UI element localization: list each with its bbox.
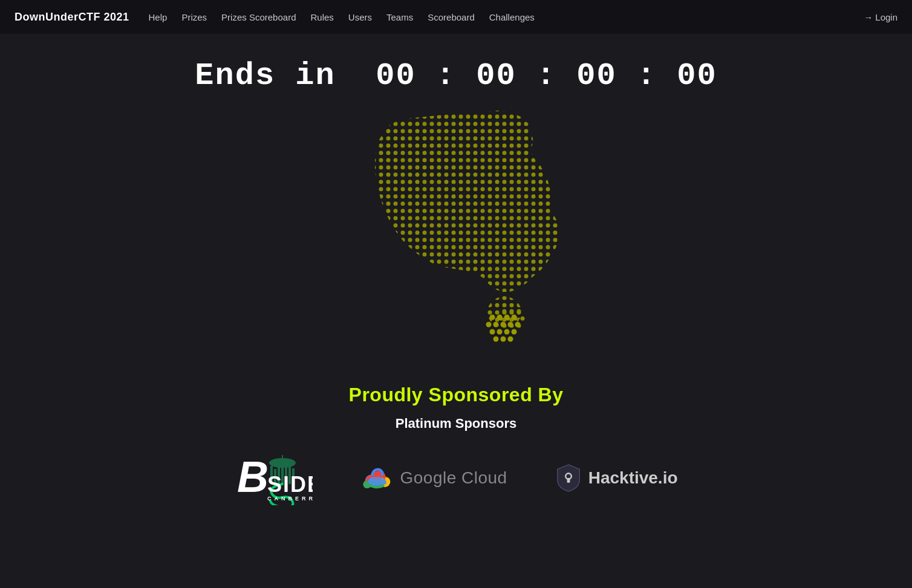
countdown-label: Ends in — [195, 58, 335, 94]
nav-brand[interactable]: DownUnderCTF 2021 — [15, 11, 129, 24]
svg-point-25 — [493, 337, 499, 342]
navbar: DownUnderCTF 2021 Help Prizes Prizes Sco… — [0, 0, 912, 34]
dot-grid — [305, 106, 607, 360]
svg-text:CANBERRA: CANBERRA — [267, 496, 313, 502]
login-icon: → — [864, 12, 873, 22]
svg-point-20 — [515, 322, 521, 328]
svg-point-18 — [501, 322, 506, 328]
svg-point-27 — [508, 337, 513, 342]
svg-rect-1 — [305, 106, 607, 360]
google-cloud-text: Google Cloud — [400, 468, 507, 488]
countdown-display: Ends in 00 : 00 : 00 : 00 — [195, 58, 717, 94]
map-svg — [305, 106, 607, 360]
svg-text:SIDES: SIDES — [267, 472, 313, 497]
google-cloud-icon-svg — [361, 467, 391, 489]
svg-point-14 — [504, 315, 510, 320]
sponsor-logos: B — [234, 451, 677, 505]
nav-rules[interactable]: Rules — [310, 12, 333, 22]
main-content: Ends in 00 : 00 : 00 : 00 — [0, 34, 912, 505]
svg-point-13 — [497, 315, 503, 320]
nav-prizes-scoreboard[interactable]: Prizes Scoreboard — [221, 12, 296, 22]
svg-point-17 — [493, 322, 499, 328]
australia-map — [305, 106, 607, 360]
hacktive-logo[interactable]: Hacktive.io — [556, 464, 678, 493]
svg-rect-48 — [567, 478, 570, 483]
nav-teams[interactable]: Teams — [386, 12, 413, 22]
svg-point-2 — [503, 309, 507, 314]
sponsors-section: Proudly Sponsored By Platinum Sponsors B — [0, 384, 912, 505]
nav-prizes[interactable]: Prizes — [181, 12, 207, 22]
hacktive-shield-svg — [556, 464, 581, 493]
svg-point-22 — [497, 329, 503, 335]
google-cloud-logo[interactable]: Google Cloud — [361, 467, 507, 489]
svg-point-21 — [490, 329, 495, 335]
nav-challenges[interactable]: Challenges — [489, 12, 535, 22]
svg-point-8 — [521, 317, 525, 321]
svg-point-3 — [510, 309, 514, 314]
svg-point-16 — [486, 322, 492, 328]
nav-scoreboard[interactable]: Scoreboard — [428, 12, 475, 22]
svg-point-19 — [508, 322, 513, 328]
svg-point-26 — [501, 337, 506, 342]
hacktive-text: Hacktive.io — [588, 468, 678, 488]
svg-point-24 — [512, 329, 517, 335]
nav-login-button[interactable]: → Login — [864, 12, 897, 22]
bsides-svg: B — [234, 451, 313, 505]
svg-point-4 — [517, 309, 521, 314]
countdown-value: 00 : 00 : 00 : 00 — [376, 58, 717, 94]
platinum-sponsors-title: Platinum Sponsors — [396, 416, 516, 431]
nav-help[interactable]: Help — [149, 12, 168, 22]
nav-links: Help Prizes Prizes Scoreboard Rules User… — [149, 12, 864, 22]
bsides-logo[interactable]: B — [234, 451, 313, 505]
svg-point-23 — [504, 329, 510, 335]
svg-point-12 — [490, 315, 495, 320]
svg-point-15 — [512, 315, 517, 320]
proudly-sponsored-text: Proudly Sponsored By — [349, 384, 564, 406]
svg-text:B: B — [237, 453, 269, 501]
nav-users[interactable]: Users — [348, 12, 372, 22]
